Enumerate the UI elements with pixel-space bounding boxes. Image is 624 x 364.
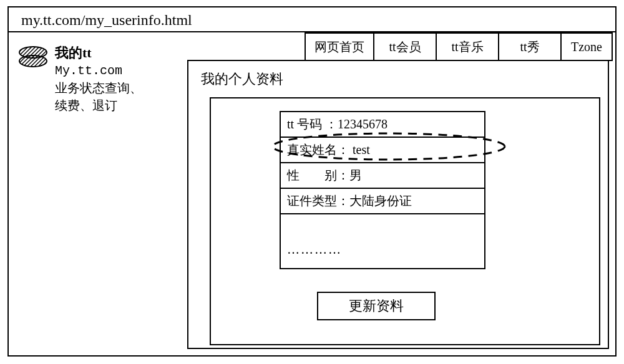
brand-title: 我的tt bbox=[55, 44, 142, 62]
update-profile-button[interactable]: 更新资料 bbox=[317, 292, 436, 320]
row-real-name: 真实姓名： test bbox=[281, 138, 484, 163]
content-panel: 我的个人资料 tt 号码 ：12345678 真实姓名： test 性 别：男 … bbox=[187, 60, 609, 349]
browser-window: my.tt.com/my_userinfo.html bbox=[7, 6, 617, 357]
row-gender: 性 别：男 bbox=[281, 163, 484, 189]
brand-subtitle: My.tt.com bbox=[55, 64, 142, 78]
svg-point-1 bbox=[19, 55, 47, 67]
inner-panel: tt 号码 ：12345678 真实姓名： test 性 别：男 证件类型：大陆… bbox=[210, 97, 600, 345]
tab-member[interactable]: tt会员 bbox=[373, 32, 436, 61]
page-body: 我的tt My.tt.com 业务状态查询、 续费、退订 网页首页 tt会员 t… bbox=[9, 32, 615, 355]
nav-tabs: 网页首页 tt会员 tt音乐 tt秀 Tzone bbox=[305, 32, 613, 61]
brand-description: 业务状态查询、 续费、退订 bbox=[55, 79, 142, 114]
tab-tzone[interactable]: Tzone bbox=[560, 32, 613, 61]
panel-title: 我的个人资料 bbox=[201, 70, 595, 89]
row-more: ………… bbox=[281, 214, 484, 268]
userinfo-table: tt 号码 ：12345678 真实姓名： test 性 别：男 证件类型：大陆… bbox=[280, 111, 485, 269]
sidebar: 我的tt My.tt.com 业务状态查询、 续费、退订 bbox=[16, 44, 172, 114]
tab-music[interactable]: tt音乐 bbox=[436, 32, 498, 61]
row-id-type: 证件类型：大陆身份证 bbox=[281, 189, 484, 214]
brand-logo-icon bbox=[16, 44, 50, 70]
url-bar[interactable]: my.tt.com/my_userinfo.html bbox=[9, 7, 615, 32]
tab-homepage[interactable]: 网页首页 bbox=[305, 32, 373, 61]
tab-show[interactable]: tt秀 bbox=[498, 32, 560, 61]
row-tt-number: tt 号码 ：12345678 bbox=[281, 112, 484, 138]
